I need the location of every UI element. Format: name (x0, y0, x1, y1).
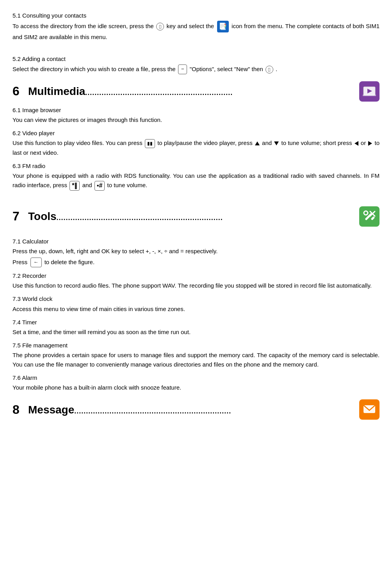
subsection-71-title: 7.1 Calculator (12, 237, 380, 246)
subsection-61-title: 6.1 Image browser (12, 106, 380, 114)
text-71a: Press the up, down, left, right and OK k… (12, 247, 380, 256)
tools-icon (359, 206, 380, 227)
text-74: Set a time, and the timer will remind yo… (12, 327, 380, 337)
contacts-book-icon: 📑 (217, 21, 229, 32)
multimedia-svg-icon (363, 85, 376, 98)
asterisk-key-icon: *‖ (69, 181, 80, 190)
prev-icon (355, 141, 358, 146)
phone-circle-icon: ⌷ (156, 23, 164, 30)
volume-up-icon (255, 141, 260, 145)
text-62: Use this function to play video files. Y… (12, 138, 380, 157)
section-7-title: Tools...................................… (28, 208, 359, 225)
text-73: Access this menu to view time of main ci… (12, 304, 380, 314)
text-51: To access the directory from the idle sc… (12, 21, 380, 42)
subsection-52-title: 5.2 Adding a contact (12, 54, 380, 63)
tools-svg-icon (362, 209, 376, 224)
section-6-number: 6 (12, 82, 23, 101)
play-pause-icon: ▮▮ (145, 139, 155, 148)
subsection-51-title: 5.1 Consulting your contacts (12, 11, 380, 20)
message-svg-icon (362, 402, 376, 417)
subsection-76-title: 7.6 Alarm (12, 373, 380, 382)
subsection-72-title: 7.2 Recorder (12, 271, 380, 280)
svg-rect-6 (371, 216, 375, 220)
section-8-number: 8 (12, 400, 23, 420)
text-71b: Press ← to delete the figure. (12, 258, 380, 267)
text-52: Select the directory in which you wish t… (12, 64, 380, 74)
svg-rect-3 (363, 95, 376, 96)
text-63: Your phone is equipped with a radio with… (12, 171, 380, 190)
subsection-62-title: 6.2 Video player (12, 129, 380, 138)
volume-down-icon (274, 141, 279, 145)
phone-circle-icon-2: ⌷ (265, 66, 273, 73)
subsection-73-title: 7.3 World clock (12, 294, 380, 303)
svg-point-5 (364, 211, 368, 215)
section-6-header: 6 Multimedia............................… (12, 81, 380, 102)
back-key-icon: ← (30, 258, 42, 267)
section-8-header: 8 Message...............................… (12, 399, 380, 420)
multimedia-icon (359, 81, 380, 102)
svg-rect-4 (365, 213, 372, 220)
subsection-74-title: 7.4 Timer (12, 318, 380, 327)
subsection-63-title: 6.3 FM radio (12, 161, 380, 170)
text-76: Your mobile phone has a built-in alarm c… (12, 383, 380, 392)
next-icon (368, 141, 372, 146)
section-6-title: Multimedia..............................… (28, 83, 359, 100)
message-icon (359, 399, 380, 420)
option-key-icon: − (178, 64, 187, 74)
subsection-75-title: 7.5 File management (12, 341, 380, 350)
text-75: The phone provides a certain space for u… (12, 351, 380, 369)
section-7-number: 7 (12, 207, 23, 226)
text-61: You can view the pictures or images thro… (12, 115, 380, 125)
text-72: Use this function to record audio files.… (12, 281, 380, 290)
section-7-header: 7 Tools.................................… (12, 206, 380, 227)
section-8-title: Message.................................… (28, 401, 359, 418)
hash-key-icon: ▪# (94, 181, 105, 190)
